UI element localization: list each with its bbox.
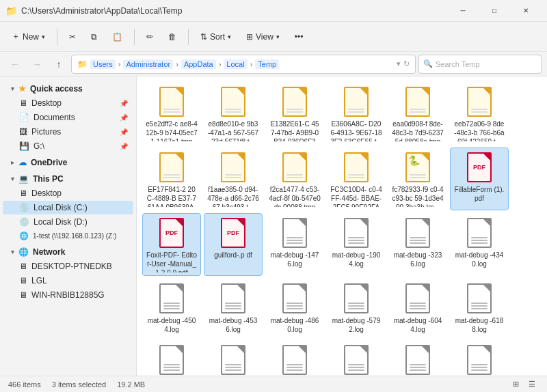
chevron-down-icon: ▾: [11, 176, 14, 182]
file-item[interactable]: mat-debug -1904.log: [327, 213, 386, 276]
sidebar-item-quick-access[interactable]: ▾ ★ Quick access: [3, 82, 133, 96]
search-box[interactable]: 🔍 Search Temp: [418, 55, 542, 74]
drive-icon: 💾: [19, 141, 29, 151]
sidebar-item-gdrive[interactable]: 💾 G:\ 📌: [3, 139, 133, 153]
more-button[interactable]: •••: [289, 29, 310, 45]
paste-button[interactable]: 📋: [106, 29, 129, 45]
file-icon-15: [340, 216, 373, 249]
file-item[interactable]: mat-debug -4536.log: [204, 279, 263, 337]
file-icon-4: [401, 85, 434, 118]
file-item[interactable]: eeb72a06-9 8de-48c3-b 766-b6a69f 422650.…: [450, 82, 509, 145]
up-button[interactable]: ↑: [49, 55, 68, 74]
file-name-14: mat-debug -1476.log: [269, 251, 321, 268]
file-name-19: mat-debug -4536.log: [207, 316, 259, 334]
file-name-20: mat-debug -4860.log: [269, 316, 321, 334]
refresh-icon[interactable]: ↻: [403, 59, 410, 68]
file-item[interactable]: mat-debug -4340.log: [450, 213, 509, 276]
list-view-button[interactable]: ☰: [525, 378, 539, 391]
sidebar-item-local-disk-d[interactable]: 💿 Local Disk (D:): [3, 215, 133, 229]
delete-button[interactable]: 🗑: [162, 29, 183, 45]
breadcrumb-local[interactable]: Local: [224, 59, 247, 69]
selected-count: 3 items selected: [52, 380, 106, 389]
breadcrumb-temp[interactable]: Temp: [255, 59, 279, 69]
file-item[interactable]: mat-debug -5792.log: [327, 279, 386, 337]
sidebar-item-local-disk-c[interactable]: 💿 Local Disk (C:): [3, 201, 133, 214]
sidebar-item-network[interactable]: ▾ 🌐 Network: [3, 245, 133, 259]
sidebar-item-documents[interactable]: 📄 Documents 📌: [3, 111, 133, 124]
sidebar-item-desktop2[interactable]: 🖥 Desktop: [3, 186, 133, 200]
file-item[interactable]: mat-debug -6252.log: [142, 340, 201, 376]
pin-icon: 📌: [120, 100, 128, 107]
sidebar-item-win-rnbib[interactable]: 🖥 WIN-RNBIB12885G: [3, 288, 133, 302]
file-item[interactable]: mat-debug -7532.log: [327, 340, 386, 376]
network-icon: 🌐: [18, 247, 29, 257]
file-item[interactable]: mat-debug -7564.log: [388, 340, 447, 376]
sort-button[interactable]: ⇅ Sort ▾: [194, 29, 237, 45]
documents-icon: 📄: [19, 113, 29, 122]
file-item[interactable]: f2ca1477-4 c53-4acf-8f 0b-547e0dc 00088.…: [265, 148, 324, 210]
folder-icon: 📁: [5, 5, 17, 16]
file-item[interactable]: mat-debug -7656.log: [450, 340, 509, 376]
file-item[interactable]: PDF FillableForm (1).pdf: [450, 148, 509, 210]
new-button[interactable]: ＋ New ▾: [5, 27, 51, 46]
sidebar-item-pictures[interactable]: 🖼 Pictures 📌: [3, 125, 133, 139]
file-item[interactable]: mat-debug -7416.log: [265, 340, 324, 376]
breadcrumb-administrator[interactable]: Administrator: [123, 59, 173, 69]
sidebar-item-this-pc[interactable]: ▾ 💻 This PC: [3, 172, 133, 186]
sidebar: ▾ ★ Quick access 🖥 Desktop 📌 📄 Documents…: [0, 76, 137, 376]
sidebar-item-desktop[interactable]: 🖥 Desktop 📌: [3, 96, 133, 110]
file-item[interactable]: f1aae385-0 d94-478e-a d66-2c7667 b3c493.…: [204, 148, 263, 210]
cut-icon: ✂: [69, 32, 76, 42]
sidebar-item-network-1test[interactable]: 🌐 1-test (\\192.168.0.123) (Z:): [3, 229, 133, 242]
file-name-13: guilford-.p df: [214, 251, 252, 260]
address-bar[interactable]: 📁 Users › Administrator › AppData › Loca…: [71, 55, 416, 74]
sidebar-item-onedrive[interactable]: ▸ ☁ OneDrive: [3, 156, 133, 169]
file-item[interactable]: PDF guilford-.p df: [204, 213, 263, 276]
file-item[interactable]: PDF Foxit-PDF- Editor-User -Manual_1 2.0…: [142, 213, 201, 276]
file-icon-17: [463, 216, 496, 249]
file-name-3: E3606A8C- D206-4913- 9E67-183F2 63C6E55.…: [330, 120, 382, 141]
file-item[interactable]: mat-debug -4860.log: [265, 279, 324, 337]
file-item[interactable]: e8d8e010-e 9b3-47a1-a 567-56723d 5671f8.…: [204, 82, 263, 145]
close-button[interactable]: ✕: [510, 0, 542, 22]
view-chevron-icon: ▾: [276, 33, 280, 40]
file-item[interactable]: mat-debug -6188.log: [450, 279, 509, 337]
file-item[interactable]: mat-debug -4504.log: [142, 279, 201, 337]
file-item[interactable]: EF17F841-2 20C-4889-B E37-761AA 0B9639A.…: [142, 148, 201, 210]
file-icon-23: [463, 282, 496, 315]
sidebar-item-lgl[interactable]: 🖥 LGL: [3, 274, 133, 288]
file-item[interactable]: E3606A8C- D206-4913- 9E67-183F2 63C6E55.…: [327, 82, 386, 145]
file-name-10: fc782933-f9 c0-4c93-bc 59-1d3e400 3ba3b.…: [392, 185, 444, 207]
view-button[interactable]: ⊞ View ▾: [240, 29, 286, 45]
sidebar-item-desktop-ptnedkb[interactable]: 🖥 DESKTOP-PTNEDKB: [3, 260, 133, 273]
file-item[interactable]: mat-debug -1476.log: [265, 213, 324, 276]
grid-view-button[interactable]: ⊞: [509, 378, 522, 391]
file-item[interactable]: E1382E61-C 457-47bd- A9B9-0B34 036D6F3E.…: [265, 82, 324, 145]
file-item[interactable]: mat-debug -6044.log: [388, 279, 447, 337]
file-name-1: e8d8e010-e 9b3-47a1-a 567-56723d 5671f8.…: [207, 120, 259, 141]
breadcrumb-appdata[interactable]: AppData: [181, 59, 216, 69]
maximize-button[interactable]: □: [479, 0, 510, 22]
back-button[interactable]: ←: [5, 55, 25, 74]
file-name-7: f1aae385-0 d94-478e-a d66-2c7667 b3c493.…: [207, 185, 259, 207]
file-item[interactable]: e5e2dff2-c ae8-412b-9 b74-05ec71 1167e1.…: [142, 82, 201, 145]
breadcrumb-users[interactable]: Users: [90, 59, 116, 69]
minimize-button[interactable]: ─: [447, 0, 479, 22]
file-item[interactable]: mat-debug -7144.log: [204, 340, 263, 376]
chevron-right-icon: ▾: [11, 85, 14, 92]
file-item[interactable]: eaa0d908-f 8de-48c3-b 7d9-62375d 88058e.…: [388, 82, 447, 145]
rename-button[interactable]: ✏: [140, 29, 159, 45]
forward-button[interactable]: →: [27, 55, 46, 74]
file-name-18: mat-debug -4504.log: [146, 316, 198, 334]
pin-icon-2: 📌: [120, 114, 128, 122]
more-icon: •••: [295, 32, 304, 42]
file-icon-29: [463, 344, 496, 376]
file-icon-12: PDF: [155, 216, 188, 249]
file-icon-19: [217, 282, 250, 315]
copy-button[interactable]: ⧉: [85, 29, 103, 45]
file-item[interactable]: FC3C10D4- c0-4FF-445d- BBAE-2FC5 90E92FA…: [327, 148, 386, 210]
search-icon: 🔍: [423, 59, 433, 68]
cut-button[interactable]: ✂: [63, 29, 82, 45]
file-item[interactable]: mat-debug -3236.log: [388, 213, 447, 276]
file-item[interactable]: 🐍 fc782933-f9 c0-4c93-bc 59-1d3e400 3ba3…: [388, 148, 447, 210]
